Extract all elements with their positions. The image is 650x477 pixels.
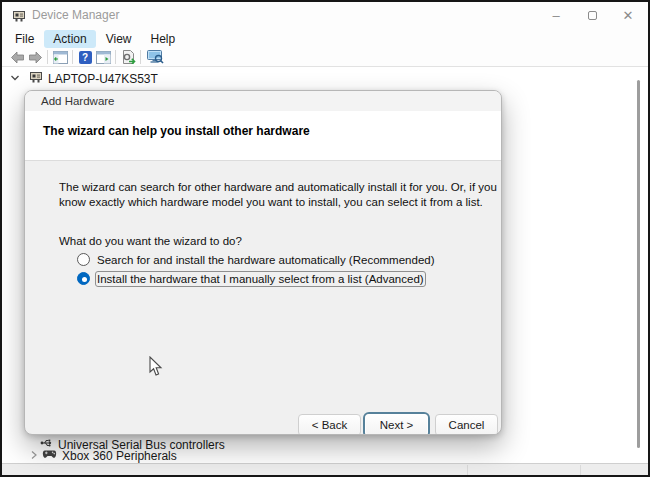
computer-search-icon[interactable]	[144, 49, 166, 66]
tree-row-xbox[interactable]: Xbox 360 Peripherals	[30, 449, 177, 463]
cancel-button[interactable]: Cancel	[435, 414, 498, 435]
dialog-intro-text: The wizard can search for other hardware…	[59, 180, 501, 210]
help-icon[interactable]: ?	[76, 49, 94, 66]
radio-manual-label[interactable]: Install the hardware that I manually sel…	[97, 273, 424, 285]
maximize-button[interactable]	[574, 2, 610, 29]
scan-hardware-changes-icon[interactable]	[119, 49, 137, 66]
radio-option-manual-install[interactable]: Install the hardware that I manually sel…	[77, 272, 424, 285]
dialog-heading: The wizard can help you install other ha…	[25, 111, 501, 138]
back-icon[interactable]	[8, 49, 26, 66]
show-console-tree-icon[interactable]	[51, 49, 69, 66]
chevron-right-icon[interactable]	[30, 449, 38, 463]
maximize-icon	[588, 11, 597, 20]
dialog-title: Add Hardware	[25, 91, 501, 111]
strip-divider	[580, 465, 581, 476]
show-action-pane-icon[interactable]	[94, 49, 112, 66]
radio-auto-label[interactable]: Search for and install the hardware auto…	[97, 254, 435, 266]
bottom-edge-strip	[2, 463, 648, 475]
dialog-header: The wizard can help you install other ha…	[25, 111, 501, 161]
menu-view[interactable]: View	[97, 30, 141, 48]
radio-unselected-icon[interactable]	[77, 253, 90, 266]
menu-help[interactable]: Help	[142, 30, 185, 48]
close-button[interactable]: ✕	[610, 2, 646, 29]
toolbar-separator	[72, 50, 73, 64]
radio-option-search-auto[interactable]: Search for and install the hardware auto…	[77, 253, 435, 266]
menu-bar: File Action View Help	[2, 29, 648, 48]
chevron-down-icon[interactable]	[10, 72, 20, 86]
title-bar: Device Manager – ✕	[2, 2, 648, 29]
radio-selected-icon[interactable]	[77, 272, 90, 285]
menu-action[interactable]: Action	[44, 30, 95, 48]
gamepad-icon	[42, 449, 57, 463]
device-manager-window: Device Manager – ✕ File Action View Help	[0, 0, 650, 477]
tree-root-label[interactable]: LAPTOP-U47KS53T	[48, 72, 158, 86]
computer-icon	[29, 70, 43, 87]
strip-divider	[467, 465, 468, 476]
menu-file[interactable]: File	[6, 30, 43, 48]
toolbar: ?	[2, 48, 648, 67]
vertical-scrollbar[interactable]	[637, 80, 640, 448]
next-button[interactable]: Next >	[365, 414, 428, 435]
tree-xbox-label[interactable]: Xbox 360 Peripherals	[62, 449, 177, 463]
mouse-cursor-icon	[149, 356, 163, 380]
toolbar-separator	[140, 50, 141, 64]
add-hardware-dialog: Add Hardware The wizard can help you ins…	[24, 90, 502, 435]
device-manager-app-icon	[12, 9, 26, 26]
forward-icon[interactable]	[26, 49, 44, 66]
back-button[interactable]: < Back	[298, 414, 361, 435]
toolbar-separator	[47, 50, 48, 64]
window-title: Device Manager	[32, 2, 119, 29]
window-controls: – ✕	[538, 2, 646, 29]
minimize-button[interactable]: –	[538, 2, 574, 29]
question-mark-glyph: ?	[79, 51, 92, 64]
tree-root-row[interactable]: LAPTOP-U47KS53T	[10, 70, 158, 87]
dialog-question: What do you want the wizard to do?	[59, 235, 242, 247]
toolbar-separator	[115, 50, 116, 64]
